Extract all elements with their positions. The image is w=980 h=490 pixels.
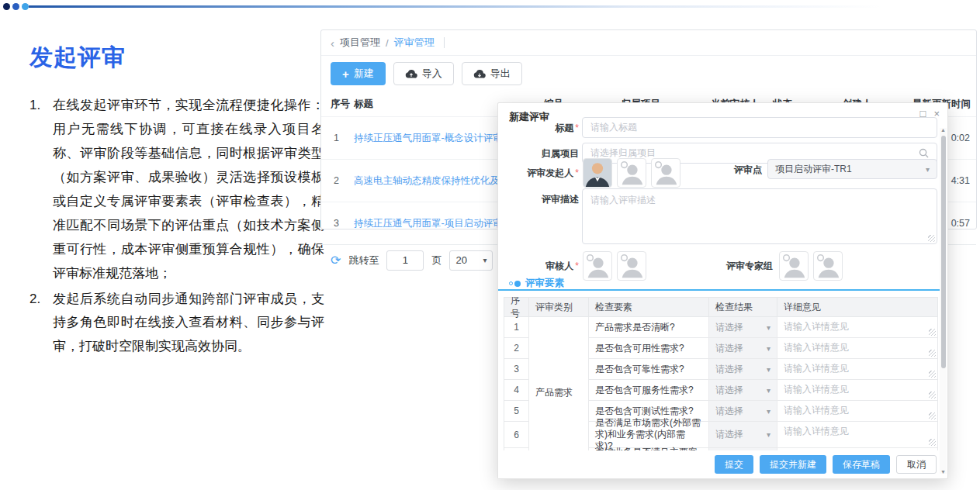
save-draft-button[interactable]: 保存草稿 bbox=[833, 455, 890, 474]
reviewer-field-label: 审核人* bbox=[498, 260, 579, 273]
review-point-value: 项目启动评审-TR1 bbox=[775, 163, 852, 176]
label-text: 评审专家组 bbox=[726, 261, 773, 271]
add-reviewer-avatar-placeholder[interactable] bbox=[583, 251, 612, 281]
check-item-text: 是否包含可用性需求? bbox=[589, 338, 709, 359]
row-seq: 3 bbox=[504, 359, 529, 380]
deco-gradient-line bbox=[29, 5, 882, 8]
initiator-field-label: 评审发起人* bbox=[498, 167, 579, 180]
label-text: 审核人 bbox=[545, 261, 573, 271]
bullet-text: 发起后系统自动同步通知跨部门评审成员，支持多角色即时在线接入查看材料、同步参与评… bbox=[53, 288, 324, 360]
col-header-check-item: 检查要素 bbox=[589, 298, 709, 316]
jump-label: 跳转至 bbox=[348, 254, 379, 267]
tab-review-elements[interactable]: 评审要素 bbox=[509, 277, 564, 290]
add-expert-avatar-placeholder[interactable] bbox=[779, 251, 809, 281]
comment-placeholder: 请输入详情意见 bbox=[784, 426, 849, 437]
resize-handle-icon[interactable] bbox=[929, 371, 936, 378]
row-index: 1 bbox=[321, 133, 354, 143]
import-button[interactable]: 导入 bbox=[393, 62, 454, 85]
refresh-icon[interactable]: ⟳ bbox=[331, 253, 341, 267]
comment-textarea[interactable]: 请输入详情意见 bbox=[777, 359, 937, 380]
chevron-down-icon: ▾ bbox=[483, 256, 487, 264]
row-seq: 6 bbox=[504, 422, 529, 448]
comment-placeholder: 请输入详情意见 bbox=[784, 405, 849, 416]
chevron-down-icon: ▾ bbox=[767, 386, 770, 395]
resize-handle-icon[interactable] bbox=[929, 439, 936, 446]
scroll-down-arrow-icon[interactable]: ▼ bbox=[940, 469, 947, 474]
tab-label: 评审要素 bbox=[525, 277, 564, 290]
review-point-select[interactable]: 项目启动评审-TR1 ▾ bbox=[767, 159, 937, 179]
result-select[interactable]: 请选择▾ bbox=[709, 401, 777, 422]
resize-handle-icon[interactable] bbox=[929, 350, 936, 357]
col-header-result: 检查结果 bbox=[709, 298, 777, 316]
category-cell: 产品需求 bbox=[529, 317, 589, 454]
description-textarea[interactable]: 请输入评审描述 bbox=[582, 188, 937, 244]
deco-dots bbox=[3, 3, 29, 10]
select-placeholder: 请选择 bbox=[715, 428, 743, 441]
deco-dot-light bbox=[22, 3, 29, 10]
row-seq: 1 bbox=[504, 317, 529, 338]
scroll-up-arrow-icon[interactable]: ▲ bbox=[940, 127, 947, 133]
add-expert-avatar-placeholder[interactable] bbox=[813, 251, 843, 281]
result-select[interactable]: 请选择▾ bbox=[709, 380, 777, 401]
add-initiator-avatar-placeholder[interactable] bbox=[617, 158, 646, 188]
resize-handle-icon[interactable] bbox=[929, 392, 936, 399]
resize-handle-icon[interactable] bbox=[929, 412, 936, 419]
breadcrumb-separator: / bbox=[386, 37, 389, 49]
page-title: 发起评审 bbox=[29, 42, 324, 74]
chevron-down-icon: ▾ bbox=[767, 430, 770, 439]
check-item-text: 是否包含可服务性需求? bbox=[589, 380, 709, 401]
comment-textarea[interactable]: 请输入详情意见 bbox=[777, 338, 937, 359]
page-unit-label: 页 bbox=[431, 254, 442, 267]
label-text: 归属项目 bbox=[542, 148, 579, 159]
tab-underline bbox=[498, 289, 940, 291]
submit-and-new-button[interactable]: 提交并新建 bbox=[760, 455, 826, 474]
bullet-item: 1. 在线发起评审环节，实现全流程便捷化操作：用户无需线下协调，可直接在线录入项… bbox=[29, 94, 324, 286]
resize-handle-icon[interactable] bbox=[929, 329, 936, 336]
initiator-avatar[interactable] bbox=[583, 158, 612, 188]
resize-handle-icon[interactable] bbox=[928, 235, 935, 242]
bullet-dots-icon bbox=[509, 281, 521, 287]
import-button-label: 导入 bbox=[422, 67, 442, 81]
deco-dot-mid bbox=[12, 3, 19, 10]
scrollbar-thumb[interactable] bbox=[941, 136, 946, 368]
result-select[interactable]: 请选择▾ bbox=[709, 359, 777, 380]
comment-placeholder: 请输入详情意见 bbox=[784, 363, 849, 374]
comment-textarea[interactable]: 请输入详情意见 bbox=[777, 422, 937, 448]
result-select[interactable]: 请选择▾ bbox=[709, 317, 777, 338]
dialog-scrollbar[interactable]: ▲ ▼ bbox=[940, 128, 947, 474]
result-select[interactable]: 请选择▾ bbox=[709, 338, 777, 359]
breadcrumb-parent[interactable]: 项目管理 bbox=[340, 36, 380, 50]
comment-placeholder: 请输入详情意见 bbox=[784, 321, 849, 332]
cloud-upload-icon bbox=[405, 69, 417, 78]
comment-textarea[interactable]: 请输入详情意见 bbox=[777, 380, 937, 401]
cancel-button[interactable]: 取消 bbox=[896, 455, 937, 474]
title-input[interactable]: 请输入标题 bbox=[582, 117, 937, 138]
add-initiator-avatar-placeholder[interactable] bbox=[651, 158, 680, 188]
bullet-item: 2. 发起后系统自动同步通知跨部门评审成员，支持多角色即时在线接入查看材料、同步… bbox=[29, 288, 324, 360]
row-seq: 4 bbox=[504, 380, 529, 401]
export-button[interactable]: 导出 bbox=[462, 62, 522, 85]
new-button[interactable]: + 新建 bbox=[331, 62, 386, 85]
result-select[interactable]: 请选择▾ bbox=[709, 422, 777, 448]
label-text: 评审发起人 bbox=[527, 167, 573, 178]
title-placeholder: 请输入标题 bbox=[590, 121, 929, 134]
title-field-label: 标题* bbox=[498, 122, 579, 135]
breadcrumb-divider bbox=[444, 37, 445, 48]
chevron-down-icon: ▾ bbox=[767, 365, 770, 374]
add-reviewer-avatar-placeholder[interactable] bbox=[617, 251, 646, 281]
page-size-select[interactable]: 20 ▾ bbox=[449, 250, 493, 271]
comment-textarea[interactable]: 请输入详情意见 bbox=[777, 401, 937, 422]
row-seq: 2 bbox=[504, 338, 529, 359]
select-placeholder: 请选择 bbox=[715, 405, 743, 418]
review-elements-table: 序号 评审类别 检查要素 检查结果 详细意见 产品需求 1 产品需求是否清晰? … bbox=[504, 297, 938, 454]
breadcrumb-current[interactable]: 评审管理 bbox=[394, 36, 435, 50]
export-button-label: 导出 bbox=[490, 67, 511, 81]
row-index: 3 bbox=[321, 218, 354, 229]
required-asterisk: * bbox=[575, 167, 579, 178]
select-placeholder: 请选择 bbox=[715, 384, 743, 397]
submit-button[interactable]: 提交 bbox=[715, 455, 753, 474]
comment-textarea[interactable]: 请输入详情意见 bbox=[777, 317, 937, 338]
back-arrow-icon[interactable]: ‹ bbox=[331, 36, 334, 50]
row-updated-time: 0:57 bbox=[951, 218, 970, 229]
page-number-input[interactable]: 1 bbox=[386, 250, 424, 271]
